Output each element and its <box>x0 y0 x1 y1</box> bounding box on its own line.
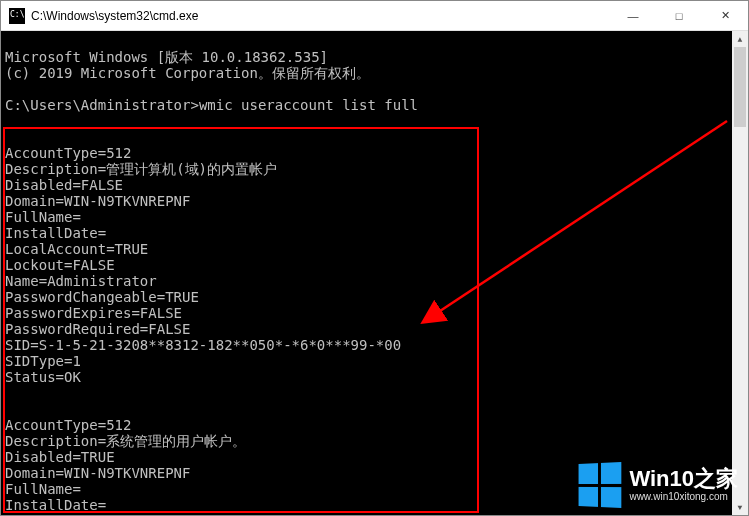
output-line: AccountType=512 <box>5 417 131 433</box>
output-line: LocalAccount=TRUE <box>5 241 148 257</box>
scrollbar-thumb[interactable] <box>734 47 746 127</box>
terminal-output[interactable]: Microsoft Windows [版本 10.0.18362.535] (c… <box>1 31 748 515</box>
output-line: PasswordChangeable=TRUE <box>5 289 199 305</box>
output-line: SID=S-1-5-21-3208**8312-182**050*-*6*0**… <box>5 337 401 353</box>
output-line: Status=OK <box>5 369 81 385</box>
prompt-text: C:\Users\Administrator> <box>5 97 199 113</box>
output-line: FullName= <box>5 209 81 225</box>
cmd-icon <box>9 8 25 24</box>
output-line: SIDType=1 <box>5 353 81 369</box>
output-line: Name=Administrator <box>5 273 157 289</box>
scroll-up-button[interactable]: ▲ <box>732 31 748 47</box>
output-line: PasswordRequired=FALSE <box>5 321 190 337</box>
output-line: Domain=WIN-N9TKVNREPNF <box>5 193 190 209</box>
output-line: FullName= <box>5 481 81 497</box>
scrollbar-track[interactable] <box>732 47 748 499</box>
window-controls: — □ ✕ <box>610 1 748 30</box>
command-text: wmic useraccount list full <box>199 97 418 113</box>
output-line: PasswordExpires=FALSE <box>5 305 182 321</box>
minimize-button[interactable]: — <box>610 1 656 30</box>
output-line: Domain=WIN-N9TKVNREPNF <box>5 465 190 481</box>
close-button[interactable]: ✕ <box>702 1 748 30</box>
vertical-scrollbar[interactable]: ▲ ▼ <box>732 31 748 515</box>
window-title: C:\Windows\system32\cmd.exe <box>31 9 610 23</box>
window-titlebar: C:\Windows\system32\cmd.exe — □ ✕ <box>1 1 748 31</box>
output-line: Disabled=FALSE <box>5 177 123 193</box>
output-line: Disabled=TRUE <box>5 449 115 465</box>
watermark-title: Win10之家 <box>629 468 738 490</box>
watermark-url: www.win10xitong.com <box>629 490 738 503</box>
windows-logo-icon <box>579 462 622 508</box>
output-line: Description=管理计算机(域)的内置帐户 <box>5 161 277 177</box>
maximize-button[interactable]: □ <box>656 1 702 30</box>
copyright-line: (c) 2019 Microsoft Corporation。保留所有权利。 <box>5 65 370 81</box>
watermark: Win10之家 www.win10xitong.com <box>577 463 738 507</box>
output-line: LocalAccount=TRUE <box>5 513 148 515</box>
prompt-line: C:\Users\Administrator>wmic useraccount … <box>5 97 418 113</box>
output-line: InstallDate= <box>5 225 106 241</box>
output-line: InstallDate= <box>5 497 106 513</box>
output-line: Description=系统管理的用户帐户。 <box>5 433 246 449</box>
output-line: AccountType=512 <box>5 145 131 161</box>
banner-line: Microsoft Windows [版本 10.0.18362.535] <box>5 49 328 65</box>
output-line: Lockout=FALSE <box>5 257 115 273</box>
